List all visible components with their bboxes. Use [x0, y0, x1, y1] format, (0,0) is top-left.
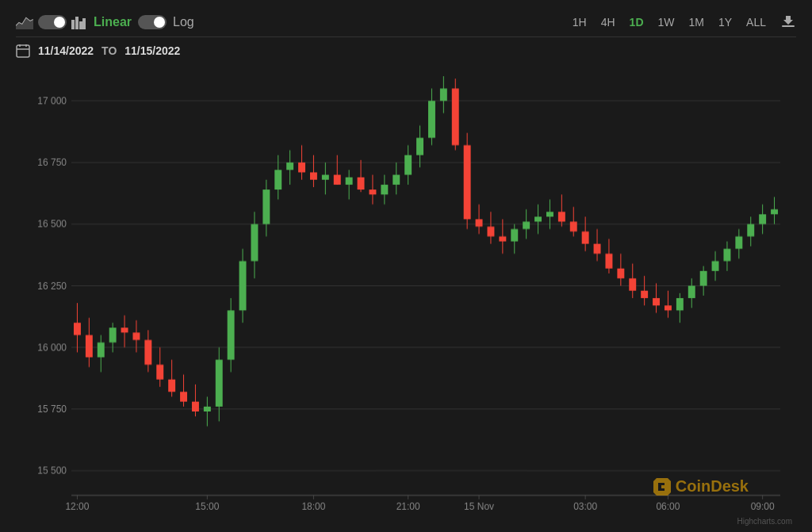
svg-rect-4 [82, 18, 86, 29]
time-btn-1h[interactable]: 1H [573, 16, 587, 29]
toolbar-left: Linear Log [16, 15, 194, 29]
chart-type-toggle[interactable] [38, 15, 67, 29]
scale-labels: Linear Log [94, 15, 194, 29]
coindesk-logo-icon [653, 478, 671, 496]
coindesk-watermark: CoinDesk [653, 477, 749, 496]
svg-rect-12 [658, 483, 665, 485]
time-btn-1y[interactable]: 1Y [718, 16, 732, 29]
log-label[interactable]: Log [173, 15, 194, 29]
svg-rect-5 [782, 25, 795, 27]
candlestick-chart [16, 68, 796, 527]
svg-rect-1 [71, 20, 75, 29]
scale-toggle[interactable] [138, 15, 167, 29]
calendar-icon [16, 44, 30, 58]
chart-area: CoinDesk Highcharts.com [16, 68, 796, 527]
download-icon[interactable] [780, 14, 796, 30]
highcharts-credit: Highcharts.com [737, 517, 792, 526]
chart-type-icons [16, 15, 86, 29]
to-label: TO [102, 44, 117, 57]
area-chart-icon[interactable] [16, 15, 33, 29]
time-btn-all[interactable]: ALL [746, 16, 766, 29]
time-btn-1w[interactable]: 1W [658, 16, 675, 29]
svg-rect-2 [75, 17, 79, 29]
date-to: 11/15/2022 [124, 44, 180, 57]
svg-rect-13 [658, 488, 665, 491]
time-btn-1m[interactable]: 1M [689, 16, 704, 29]
svg-rect-3 [79, 21, 82, 29]
time-btn-4h[interactable]: 4H [601, 16, 615, 29]
time-btn-1d[interactable]: 1D [630, 16, 644, 29]
date-range: 11/14/2022 TO 11/15/2022 [16, 37, 796, 64]
main-container: Linear Log 1H 4H 1D 1W 1M 1Y ALL [0, 0, 812, 532]
toolbar-right: 1H 4H 1D 1W 1M 1Y ALL [573, 14, 796, 30]
svg-marker-6 [783, 16, 793, 25]
svg-rect-7 [17, 45, 29, 57]
toolbar: Linear Log 1H 4H 1D 1W 1M 1Y ALL [16, 8, 796, 37]
coindesk-text: CoinDesk [676, 477, 749, 496]
linear-label[interactable]: Linear [94, 15, 132, 29]
date-from: 11/14/2022 [38, 44, 94, 57]
bar-chart-icon[interactable] [71, 15, 86, 29]
